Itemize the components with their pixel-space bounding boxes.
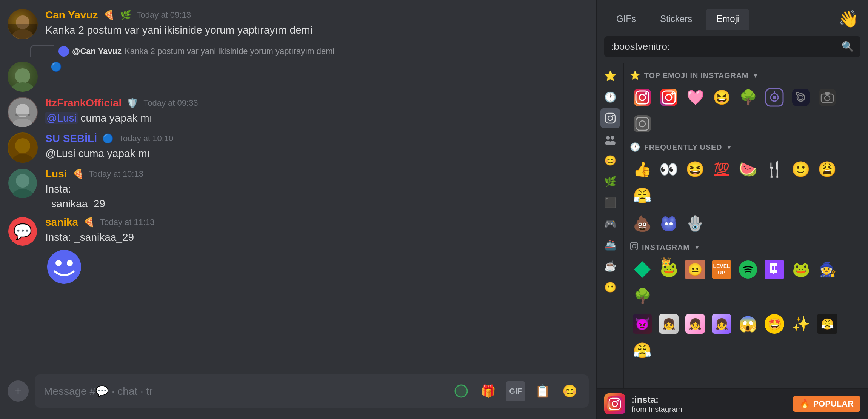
instagram-icon-small bbox=[630, 242, 638, 253]
top-emoji-section-header[interactable]: ⭐ TOP EMOJI IN INSTAGRAM ▾ bbox=[630, 68, 862, 85]
input-actions: 🎁 GIF 📋 😊 bbox=[451, 381, 580, 401]
cat-nature[interactable]: 🌿 bbox=[600, 172, 620, 191]
emoji-item[interactable]: 💯 bbox=[709, 157, 734, 182]
instagram-section-header[interactable]: INSTAGRAM ▾ bbox=[630, 239, 862, 257]
emoji-item[interactable] bbox=[630, 111, 655, 136]
emoji-button[interactable]: 😊 bbox=[560, 381, 580, 401]
message-input-box[interactable]: Message #💬 · chat · tr 🎁 GIF 📋 😊 bbox=[35, 374, 589, 408]
emoji-item[interactable]: ✨ bbox=[788, 311, 813, 336]
emoji-item[interactable]: 😤 bbox=[630, 183, 655, 208]
cat-more[interactable]: 😶 bbox=[600, 277, 620, 297]
message-header: Can Yavuz 🍕 🌿 Today at 09:13 bbox=[45, 9, 589, 21]
avatar: 💬 bbox=[8, 216, 38, 246]
emoji-item[interactable]: 😱 bbox=[736, 311, 760, 336]
emoji-item[interactable]: 🤩 bbox=[762, 311, 787, 336]
mention: @Lusi bbox=[45, 112, 78, 124]
emoji-item[interactable]: 🪬 bbox=[683, 211, 708, 236]
emoji-item[interactable]: 🧙 bbox=[815, 257, 840, 282]
picker-search: 🔍 bbox=[597, 30, 868, 63]
chevron-down-icon: ▾ bbox=[754, 71, 757, 80]
frequently-used-section-header[interactable]: 🕐 FREQUENTLY USED ▾ bbox=[630, 139, 862, 157]
cat-instagram[interactable] bbox=[600, 108, 620, 128]
emoji-item[interactable]: 💩 bbox=[630, 211, 655, 236]
cat-recent[interactable]: 🕐 bbox=[600, 87, 620, 107]
username: SU SEBİLİ bbox=[45, 132, 97, 145]
gif-button[interactable]: GIF bbox=[506, 381, 525, 401]
avatar bbox=[8, 132, 38, 163]
cat-smileys[interactable]: 😊 bbox=[600, 151, 620, 170]
add-attachment-button[interactable]: + bbox=[8, 380, 29, 402]
svg-point-52 bbox=[669, 216, 676, 224]
svg-point-19 bbox=[67, 260, 73, 266]
emoji-item[interactable]: 🩷 bbox=[683, 85, 708, 110]
message-content: 🔵 bbox=[45, 62, 589, 92]
emoji-item[interactable]: 🍉 bbox=[736, 157, 760, 182]
emoji-item[interactable]: 👧 bbox=[683, 311, 708, 336]
cat-food[interactable]: ☕ bbox=[600, 256, 620, 276]
emoji-item[interactable]: 🐸👑 bbox=[656, 257, 681, 282]
emoji-item[interactable]: 😆 bbox=[683, 157, 708, 182]
waving-hand-icon[interactable]: 👋 bbox=[838, 9, 859, 29]
emoji-item[interactable]: 😈 bbox=[630, 311, 655, 336]
message-text: Insta: _sanikaa_29 bbox=[45, 230, 589, 245]
emoji-item[interactable]: 🌳 bbox=[736, 85, 760, 110]
emoji-item[interactable] bbox=[788, 85, 813, 110]
emoji-reaction-button[interactable] bbox=[451, 381, 471, 401]
emoji-item[interactable]: 😐 bbox=[683, 257, 708, 282]
tooltip-emoji-preview bbox=[604, 393, 625, 414]
emoji-item[interactable]: 😤 bbox=[630, 338, 655, 363]
svg-point-66 bbox=[617, 400, 619, 402]
emoji-item[interactable]: 😩 bbox=[815, 157, 840, 182]
cat-favorites[interactable]: ⭐ bbox=[600, 66, 620, 86]
popular-badge: 🔥 POPULAR bbox=[793, 396, 860, 412]
svg-rect-55 bbox=[630, 242, 638, 250]
svg-rect-46 bbox=[825, 92, 830, 95]
emoji-item[interactable]: 👧 bbox=[709, 311, 734, 336]
emoji-item[interactable]: LEVELUP bbox=[709, 257, 734, 282]
emoji-item[interactable]: 👍 bbox=[630, 157, 655, 182]
emoji-item[interactable]: 🌳 bbox=[630, 283, 655, 308]
emoji-item[interactable] bbox=[815, 85, 840, 110]
emoji-item[interactable] bbox=[630, 85, 655, 110]
chat-area: Can Yavuz 🍕 🌿 Today at 09:13 Kanka 2 pos… bbox=[0, 0, 596, 419]
svg-point-53 bbox=[665, 222, 668, 225]
emoji-item[interactable]: 👧 bbox=[656, 311, 681, 336]
gift-button[interactable]: 🎁 bbox=[479, 381, 498, 401]
timestamp: Today at 09:13 bbox=[137, 10, 191, 20]
emoji-item[interactable]: 👀 bbox=[656, 157, 681, 182]
section-title: TOP EMOJI IN INSTAGRAM bbox=[644, 71, 749, 80]
emoji-item[interactable]: 🍴 bbox=[762, 157, 787, 182]
instagram-row2: 😈 👧 👧 👧 😱 bbox=[630, 311, 862, 363]
tab-stickers[interactable]: Stickers bbox=[649, 9, 703, 30]
emoji-item[interactable] bbox=[656, 85, 681, 110]
svg-point-54 bbox=[669, 222, 673, 225]
sticker-button[interactable]: 📋 bbox=[533, 381, 553, 401]
badge-shield: 🛡️ bbox=[127, 98, 138, 108]
emoji-item[interactable]: 🙂 bbox=[788, 157, 813, 182]
emoji-item[interactable] bbox=[656, 211, 681, 236]
svg-point-59 bbox=[739, 260, 757, 279]
tab-gifs[interactable]: GIFs bbox=[606, 9, 646, 30]
cat-travel[interactable]: 🚢 bbox=[600, 235, 620, 255]
star-icon: ⭐ bbox=[630, 71, 640, 80]
timestamp: Today at 09:33 bbox=[143, 98, 198, 108]
svg-point-21 bbox=[456, 386, 466, 396]
message-header: Lusi 🍕 Today at 10:13 bbox=[45, 168, 589, 180]
cat-symbols[interactable]: ⬛ bbox=[600, 193, 620, 213]
svg-point-51 bbox=[662, 216, 669, 224]
cat-gaming[interactable]: 🎮 bbox=[600, 214, 620, 234]
emoji-item[interactable] bbox=[630, 257, 655, 282]
emoji-item[interactable]: 😆 bbox=[709, 85, 734, 110]
svg-point-26 bbox=[611, 136, 614, 140]
emoji-item[interactable]: 🐸 bbox=[788, 257, 813, 282]
tab-emoji[interactable]: Emoji bbox=[706, 9, 749, 30]
emoji-item[interactable] bbox=[762, 85, 787, 110]
message-header: 🔵 bbox=[45, 62, 589, 72]
message-input-area: + Message #💬 · chat · tr 🎁 GIF 📋 😊 bbox=[0, 368, 596, 419]
emoji-item[interactable] bbox=[736, 257, 760, 282]
reply-text: Kanka 2 postum var yani ikisinide yorum … bbox=[125, 46, 334, 56]
cat-people-group[interactable] bbox=[600, 129, 620, 149]
emoji-search-input[interactable] bbox=[611, 41, 837, 52]
emoji-item[interactable] bbox=[762, 257, 787, 282]
emoji-item[interactable]: 😤 bbox=[815, 311, 840, 336]
